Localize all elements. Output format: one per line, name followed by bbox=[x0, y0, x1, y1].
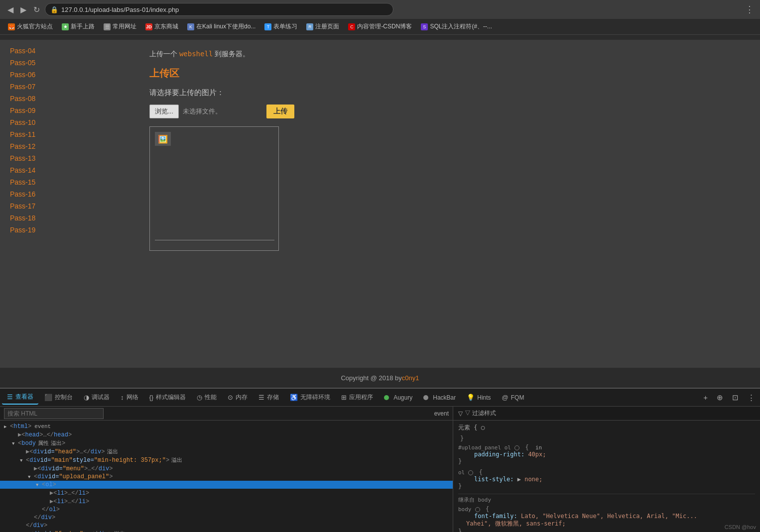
tree-line-li-2[interactable]: ▶ <li> … </li> bbox=[0, 497, 453, 506]
tree-line-head[interactable]: ▶ <head> … </head> bbox=[0, 430, 453, 439]
css-circle-ol[interactable] bbox=[468, 470, 473, 475]
tree-line-div-main[interactable]: <div id="main" style="min-height: 357px;… bbox=[0, 456, 453, 464]
bookmark-table[interactable]: T 表单练习 bbox=[260, 21, 301, 33]
tree-line-div-upload-panel[interactable]: <div id="upload_panel" > bbox=[0, 473, 453, 481]
css-rule-ol: ol { list-style: ▶ none; } bbox=[458, 469, 755, 490]
tab-storage[interactable]: ☰ 存储 bbox=[253, 391, 284, 405]
tree-line-li-1[interactable]: ▶ <li> … </li> bbox=[0, 489, 453, 497]
tab-label-console: 控制台 bbox=[55, 393, 73, 402]
tab-label-storage: 存储 bbox=[267, 393, 279, 402]
bookmark-kali[interactable]: K 在Kali linux下使用do... bbox=[183, 21, 259, 33]
sidebar-item-pass17[interactable]: Pass-17 bbox=[0, 200, 134, 212]
devtools-settings-button[interactable]: ⋮ bbox=[745, 392, 758, 403]
filter-label: ▽ 过滤样式 bbox=[465, 409, 496, 418]
sidebar-item-pass16[interactable]: Pass-16 bbox=[0, 188, 134, 200]
devtools-footer-text: CSDN @hov bbox=[725, 524, 756, 530]
tab-label-styles: 样式编辑器 bbox=[156, 393, 186, 402]
tree-line-div-menu[interactable]: ▶ <div id="menu" > … </div> bbox=[0, 464, 453, 473]
a11y-icon: ♿ bbox=[290, 394, 298, 401]
tree-line-div-head[interactable]: ▶ <div id="head" > … </div> 溢出 bbox=[0, 447, 453, 456]
tree-line-close-upload-panel[interactable]: </div> bbox=[0, 514, 453, 522]
tree-arrow-body[interactable] bbox=[12, 440, 18, 447]
sidebar-item-pass10[interactable]: Pass-10 bbox=[0, 116, 134, 128]
tab-a11y[interactable]: ♿ 无障碍环境 bbox=[285, 391, 335, 405]
sidebar-item-pass04[interactable]: Pass-04 bbox=[0, 45, 134, 57]
tree-line-close-ol[interactable]: </ol> bbox=[0, 506, 453, 514]
address-url: 127.0.0.1/upload-labs/Pass-01/index.php bbox=[61, 6, 179, 13]
tab-apps[interactable]: ⊞ 应用程序 bbox=[336, 391, 378, 405]
tab-label-fqm: FQM bbox=[511, 394, 524, 401]
sidebar-item-pass18[interactable]: Pass-18 bbox=[0, 212, 134, 224]
sidebar-item-pass14[interactable]: Pass-14 bbox=[0, 164, 134, 176]
tab-inspector[interactable]: ☰ 查看器 bbox=[2, 391, 38, 405]
tab-debugger[interactable]: ◑ 调试器 bbox=[79, 391, 115, 405]
sidebar-item-pass08[interactable]: Pass-08 bbox=[0, 93, 134, 105]
bookmark-label: 新手上路 bbox=[71, 22, 95, 31]
bookmark-icon-reg: R bbox=[306, 23, 313, 30]
tab-label-memory: 内存 bbox=[236, 393, 248, 402]
bookmark-common[interactable]: ☰ 常用网址 bbox=[100, 21, 140, 33]
sidebar-item-pass19[interactable]: Pass-19 bbox=[0, 224, 134, 236]
css-panel-header: ▽ ▽ 过滤样式 bbox=[453, 407, 760, 421]
tab-console[interactable]: ⬛ 控制台 bbox=[39, 391, 78, 405]
bookmark-jd[interactable]: JD 京东商城 bbox=[141, 21, 182, 33]
bookmark-label: 常用网址 bbox=[113, 22, 136, 31]
devtools-responsive-button[interactable]: ⊡ bbox=[729, 392, 742, 403]
sidebar-item-pass07[interactable]: Pass-07 bbox=[0, 81, 134, 93]
devtools-add-button[interactable]: + bbox=[700, 392, 711, 403]
body-badge: 属性 bbox=[38, 439, 49, 447]
tree-line-html[interactable]: <html> event bbox=[0, 423, 453, 430]
tab-label-a11y: 无障碍环境 bbox=[300, 393, 330, 402]
html-search-input[interactable] bbox=[4, 408, 104, 419]
tree-arrow-div-upload-panel[interactable] bbox=[28, 473, 34, 480]
security-icon: 🔒 bbox=[50, 6, 58, 13]
tab-network[interactable]: ↕ 网络 bbox=[116, 391, 143, 405]
tree-arrow-ol[interactable] bbox=[36, 481, 42, 488]
sidebar-item-pass13[interactable]: Pass-13 bbox=[0, 152, 134, 164]
sidebar-item-pass15[interactable]: Pass-15 bbox=[0, 176, 134, 188]
tree-line-body[interactable]: <body 属性 溢出 > bbox=[0, 439, 453, 447]
tree-arrow-div-main[interactable] bbox=[20, 457, 26, 464]
bookmark-label: 京东商城 bbox=[154, 22, 178, 31]
tree-line-div-footer[interactable]: ▶ <div id="footer" > … </div> 溢出 bbox=[0, 530, 453, 532]
bookmark-firefox-official[interactable]: 🦊 火狐官方站点 bbox=[4, 21, 57, 33]
augury-icon bbox=[384, 395, 389, 400]
tab-hackbar[interactable]: HackBar bbox=[418, 391, 461, 405]
css-circle-upload[interactable] bbox=[514, 445, 519, 450]
sidebar-item-pass06[interactable]: Pass-06 bbox=[0, 69, 134, 81]
css-circle-body[interactable] bbox=[475, 507, 480, 512]
css-close-brace: } bbox=[458, 435, 755, 442]
bookmark-icon-kali: K bbox=[187, 23, 194, 30]
sidebar-item-pass09[interactable]: Pass-09 bbox=[0, 105, 134, 116]
broken-image-icon: 🖼️ bbox=[155, 132, 171, 146]
browser-menu-button[interactable]: ⋮ bbox=[745, 4, 754, 15]
upload-button[interactable]: 上传 bbox=[266, 105, 294, 118]
refresh-button[interactable]: ↻ bbox=[32, 5, 41, 14]
sidebar-item-pass05[interactable]: Pass-05 bbox=[0, 57, 134, 69]
back-button[interactable]: ◀ bbox=[6, 5, 15, 14]
tree-line-close-main[interactable]: </div> bbox=[0, 522, 453, 530]
tree-line-ol[interactable]: <ol> bbox=[0, 481, 453, 489]
tree-arrow-html[interactable] bbox=[4, 423, 10, 430]
bookmark-sql[interactable]: S SQL注入注程符(#、--... bbox=[417, 21, 496, 33]
tab-performance[interactable]: ◷ 性能 bbox=[192, 391, 222, 405]
bookmark-register[interactable]: R 注册页面 bbox=[302, 21, 343, 33]
devtools-pick-button[interactable]: ⊕ bbox=[714, 392, 726, 403]
tab-styles[interactable]: {} 样式编辑器 bbox=[144, 391, 191, 405]
tab-hints[interactable]: 💡 Hints bbox=[462, 391, 496, 405]
css-panel: ▽ ▽ 过滤样式 元素 { ◯ } #upload_panel ol { in bbox=[453, 407, 760, 532]
forward-button[interactable]: ▶ bbox=[19, 5, 28, 14]
browse-button[interactable]: 浏览... bbox=[149, 105, 179, 118]
bookmark-csdn[interactable]: C 内容管理-CSDN博客 bbox=[344, 21, 416, 33]
bookmark-label: 在Kali linux下使用do... bbox=[196, 22, 255, 31]
bookmark-label: 内容管理-CSDN博客 bbox=[357, 22, 412, 31]
sidebar-item-pass11[interactable]: Pass-11 bbox=[0, 128, 134, 140]
tab-memory[interactable]: ⊙ 内存 bbox=[223, 391, 253, 405]
sidebar-item-pass12[interactable]: Pass-12 bbox=[0, 140, 134, 152]
tab-fqm[interactable]: @ FQM bbox=[497, 391, 529, 405]
bookmark-new-user[interactable]: ★ 新手上路 bbox=[58, 21, 99, 33]
tab-augury[interactable]: Augury bbox=[379, 391, 417, 405]
address-bar[interactable]: 🔒 127.0.0.1/upload-labs/Pass-01/index.ph… bbox=[45, 3, 393, 16]
file-name-display: 未选择文件。 bbox=[183, 105, 262, 118]
debugger-icon: ◑ bbox=[84, 394, 89, 401]
